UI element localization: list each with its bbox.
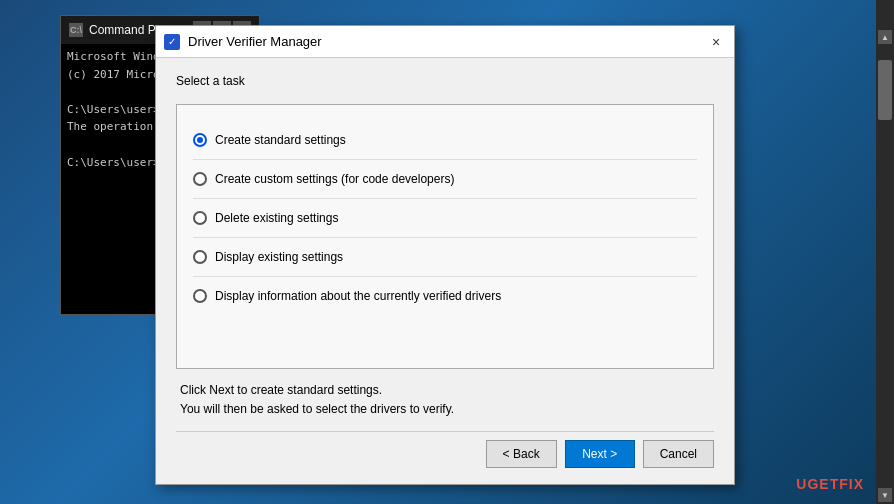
cancel-button[interactable]: Cancel	[643, 440, 714, 468]
radio-option-delete[interactable]: Delete existing settings	[193, 199, 697, 238]
dialog-titlebar: ✓ Driver Verifier Manager ×	[156, 26, 734, 58]
watermark: UGETFIX	[796, 476, 864, 492]
radio-option-create-standard[interactable]: Create standard settings	[193, 121, 697, 160]
dialog-title-icon-symbol: ✓	[168, 36, 176, 47]
scrollbar-arrow-down[interactable]: ▼	[878, 488, 892, 502]
button-bar: < Back Next > Cancel	[176, 431, 714, 468]
driver-verifier-dialog: ✓ Driver Verifier Manager × Select a tas…	[155, 25, 735, 485]
description-area: Click Next to create standard settings. …	[176, 381, 714, 419]
radio-label-4: Display existing settings	[215, 250, 343, 264]
scrollbar-thumb[interactable]	[878, 60, 892, 120]
radio-label-3: Delete existing settings	[215, 211, 338, 225]
back-button[interactable]: < Back	[486, 440, 557, 468]
radio-label-1: Create standard settings	[215, 133, 346, 147]
description-line-2: You will then be asked to select the dri…	[180, 400, 710, 419]
dialog-body: Select a task Create standard settings C…	[156, 58, 734, 484]
scrollbar-area: ▲ ▼	[876, 0, 894, 504]
watermark-text3: FIX	[839, 476, 864, 492]
radio-circle-3	[193, 211, 207, 225]
watermark-text2: ET	[819, 476, 839, 492]
options-area: Create standard settings Create custom s…	[176, 104, 714, 369]
radio-circle-5	[193, 289, 207, 303]
dialog-title-icon: ✓	[164, 34, 180, 50]
description-line-1: Click Next to create standard settings.	[180, 381, 710, 400]
radio-label-5: Display information about the currently …	[215, 289, 501, 303]
radio-circle-4	[193, 250, 207, 264]
watermark-text1: UG	[796, 476, 819, 492]
radio-label-2: Create custom settings (for code develop…	[215, 172, 454, 186]
next-button[interactable]: Next >	[565, 440, 635, 468]
dialog-close-button[interactable]: ×	[706, 32, 726, 52]
scrollbar-arrow-up[interactable]: ▲	[878, 30, 892, 44]
section-label: Select a task	[176, 74, 714, 88]
cmd-icon: C:\	[69, 23, 83, 37]
radio-option-create-custom[interactable]: Create custom settings (for code develop…	[193, 160, 697, 199]
radio-circle-1	[193, 133, 207, 147]
radio-option-display-info[interactable]: Display information about the currently …	[193, 277, 697, 315]
radio-option-display-existing[interactable]: Display existing settings	[193, 238, 697, 277]
radio-circle-2	[193, 172, 207, 186]
dialog-title-text: Driver Verifier Manager	[188, 34, 698, 49]
